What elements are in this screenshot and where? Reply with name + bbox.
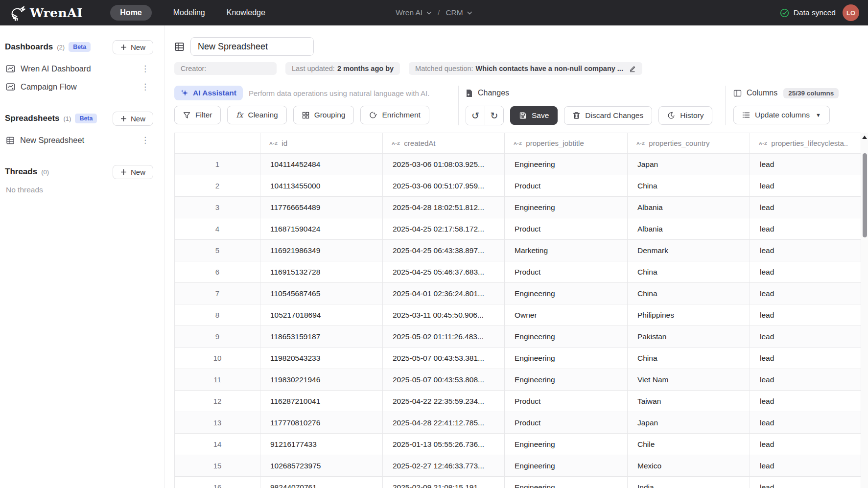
table-cell[interactable]: Pakistan [628, 326, 750, 348]
table-cell[interactable]: 98244070761 [260, 477, 383, 488]
row-number-cell[interactable]: 7 [175, 283, 260, 304]
table-cell[interactable]: lead [750, 304, 861, 326]
table-cell[interactable]: China [628, 283, 750, 304]
table-cell[interactable]: lead [750, 326, 861, 348]
table-cell[interactable]: 104114452484 [260, 154, 383, 175]
row-number-cell[interactable]: 13 [175, 412, 260, 434]
table-cell[interactable]: lead [750, 348, 861, 369]
table-cell[interactable]: 2025-05-07 00:43:53.808... [383, 369, 505, 391]
redo-button[interactable]: ↻ [485, 106, 503, 125]
save-button[interactable]: Save [510, 106, 558, 125]
row-number-cell[interactable]: 8 [175, 304, 260, 326]
table-cell[interactable]: Owner [505, 304, 628, 326]
avatar[interactable]: LO [843, 4, 859, 21]
vertical-scrollbar[interactable] [861, 133, 868, 488]
table-cell[interactable]: 116287210041 [260, 391, 383, 412]
table-cell[interactable]: 2025-05-07 00:43:53.381... [383, 348, 505, 369]
table-cell[interactable]: Engineering [505, 154, 628, 175]
table-cell[interactable]: 118653159187 [260, 326, 383, 348]
table-cell[interactable]: 104113455000 [260, 175, 383, 197]
table-cell[interactable]: lead [750, 197, 861, 218]
table-cell[interactable]: Engineering [505, 477, 628, 488]
edit-pencil-icon[interactable] [629, 65, 636, 72]
table-cell[interactable]: Product [505, 261, 628, 283]
table-cell[interactable]: Albania [628, 197, 750, 218]
table-cell[interactable]: lead [750, 412, 861, 434]
table-cell[interactable]: 105217018694 [260, 304, 383, 326]
table-cell[interactable]: 2025-03-11 00:45:50.906... [383, 304, 505, 326]
table-cell[interactable]: Japan [628, 154, 750, 175]
table-cell[interactable]: 110545687465 [260, 283, 383, 304]
table-cell[interactable]: 2025-02-09 21:08:15.191... [383, 477, 505, 488]
table-cell[interactable]: 2025-04-25 02:17:58.172... [383, 218, 505, 240]
table-cell[interactable]: Engineering [505, 434, 628, 455]
filter-button[interactable]: Filter [174, 106, 221, 124]
table-cell[interactable]: Japan [628, 412, 750, 434]
new-spreadsheet-button[interactable]: New [113, 112, 153, 126]
table-cell[interactable]: Product [505, 175, 628, 197]
table-cell[interactable]: 2025-04-25 06:43:38.897... [383, 240, 505, 261]
sidebar-item-wren-ai-dashboard[interactable]: Wren AI Dashboard ⋮ [5, 60, 153, 78]
brand[interactable]: WrenAI [9, 4, 83, 21]
spreadsheet-title-input[interactable] [190, 37, 314, 56]
table-cell[interactable]: 119820543233 [260, 348, 383, 369]
row-number-cell[interactable]: 14 [175, 434, 260, 455]
table-cell[interactable]: lead [750, 455, 861, 477]
row-number-cell[interactable]: 11 [175, 369, 260, 391]
table-cell[interactable]: 2025-02-27 12:46:33.773... [383, 455, 505, 477]
table-cell[interactable]: Engineering [505, 326, 628, 348]
table-cell[interactable]: lead [750, 175, 861, 197]
row-number-cell[interactable]: 5 [175, 240, 260, 261]
table-cell[interactable]: 2025-03-06 01:08:03.925... [383, 154, 505, 175]
table-cell[interactable]: 117770810276 [260, 412, 383, 434]
row-number-cell[interactable]: 4 [175, 218, 260, 240]
table-cell[interactable]: 116915132728 [260, 261, 383, 283]
table-cell[interactable]: Engineering [505, 455, 628, 477]
table-cell[interactable]: Mexico [628, 455, 750, 477]
table-cell[interactable]: 91216177433 [260, 434, 383, 455]
table-cell[interactable]: lead [750, 261, 861, 283]
table-cell[interactable]: Taiwan [628, 391, 750, 412]
scrollbar-thumb[interactable] [863, 153, 867, 237]
table-cell[interactable]: Engineering [505, 283, 628, 304]
table-cell[interactable]: 2025-04-22 22:35:59.234... [383, 391, 505, 412]
row-number-cell[interactable]: 12 [175, 391, 260, 412]
row-number-cell[interactable]: 1 [175, 154, 260, 175]
table-cell[interactable]: Engineering [505, 369, 628, 391]
history-button[interactable]: History [658, 106, 712, 125]
table-cell[interactable]: 2025-04-28 18:02:51.812... [383, 197, 505, 218]
table-cell[interactable]: Albania [628, 218, 750, 240]
table-cell[interactable]: 2025-04-28 22:41:12.785... [383, 412, 505, 434]
sidebar-item-new-spreadsheet[interactable]: New Spreadsheet ⋮ [5, 131, 153, 149]
column-header-createdAt[interactable]: A-ZcreatedAt [383, 133, 505, 154]
table-cell[interactable]: 119830221946 [260, 369, 383, 391]
row-number-cell[interactable]: 9 [175, 326, 260, 348]
column-header-properties-lifecyclestage[interactable]: A-Zproperties_lifecyclesta.. [750, 133, 861, 154]
row-number-cell[interactable]: 2 [175, 175, 260, 197]
table-cell[interactable]: China [628, 261, 750, 283]
table-cell[interactable]: Philippines [628, 304, 750, 326]
item-menu-kebab-icon[interactable]: ⋮ [138, 82, 152, 92]
table-cell[interactable]: 117766654489 [260, 197, 383, 218]
scroll-up-arrow-icon[interactable] [862, 136, 867, 139]
table-cell[interactable]: 2025-01-13 05:55:26.736... [383, 434, 505, 455]
row-number-cell[interactable]: 10 [175, 348, 260, 369]
row-number-cell[interactable]: 6 [175, 261, 260, 283]
new-thread-button[interactable]: New [113, 165, 153, 179]
nav-tab-modeling[interactable]: Modeling [173, 5, 205, 21]
table-cell[interactable]: lead [750, 154, 861, 175]
nav-tab-home[interactable]: Home [110, 5, 151, 21]
table-cell[interactable]: 2025-03-06 00:51:07.959... [383, 175, 505, 197]
table-cell[interactable]: Product [505, 412, 628, 434]
dataset-selector[interactable]: CRM [446, 8, 472, 17]
discard-changes-button[interactable]: Discard Changes [564, 106, 652, 125]
cleaning-button[interactable]: fx Cleaning [227, 106, 286, 124]
table-cell[interactable]: 102685723975 [260, 455, 383, 477]
row-number-cell[interactable]: 16 [175, 477, 260, 488]
item-menu-kebab-icon[interactable]: ⋮ [138, 135, 152, 145]
table-cell[interactable]: China [628, 175, 750, 197]
table-cell[interactable]: Engineering [505, 197, 628, 218]
table-cell[interactable]: China [628, 348, 750, 369]
table-cell[interactable]: Product [505, 218, 628, 240]
table-cell[interactable]: lead [750, 434, 861, 455]
